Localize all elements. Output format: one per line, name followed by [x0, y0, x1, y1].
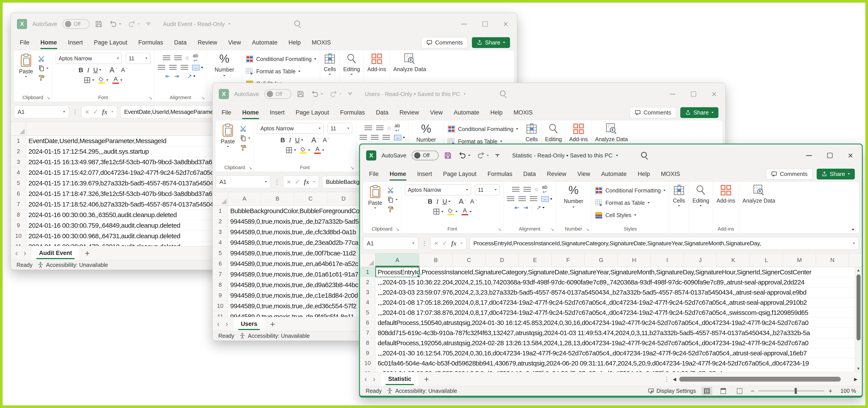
- search-icon[interactable]: [294, 21, 300, 26]
- addins-button[interactable]: Add-ins: [716, 184, 735, 204]
- accessibility-status[interactable]: Accessibility: Unavailable: [37, 262, 108, 268]
- menu-tab-view[interactable]: View: [572, 168, 596, 180]
- comments-button[interactable]: Comments: [421, 37, 468, 48]
- font-color-button[interactable]: A: [462, 208, 472, 215]
- column-header-N[interactable]: N: [816, 253, 849, 267]
- add-sheet-button[interactable]: +: [424, 375, 429, 383]
- normal-view-button[interactable]: [702, 387, 712, 395]
- cell-text[interactable]: 9944589,0,true,moxis,true,,de,ed36c554-5…: [228, 301, 356, 311]
- menu-tab-formulas[interactable]: Formulas: [335, 107, 371, 118]
- cell-text[interactable]: 9944589,0,true,moxis,true,,de,d9a623b8-4…: [228, 280, 358, 290]
- merge-center-button[interactable]: ↔: [394, 135, 405, 140]
- insert-function-icon[interactable]: fx: [451, 240, 457, 247]
- zoom-in-button[interactable]: +: [828, 387, 832, 395]
- font-name-combobox[interactable]: Aptos Narrow: [405, 184, 471, 195]
- cell-text[interactable]: 2024-01-16 00:30:00.968,,64731,audit.cle…: [26, 231, 180, 241]
- menu-tab-automate[interactable]: Automate: [247, 37, 283, 48]
- maximize-button[interactable]: [691, 91, 696, 97]
- middle-align-button[interactable]: [174, 56, 182, 61]
- column-header-J[interactable]: J: [684, 253, 717, 267]
- collapse-ribbon-icon[interactable]: [851, 229, 855, 231]
- cell-text[interactable]: ,,,2024-03-15 10:36:22.204,2024,2,15,10,…: [375, 277, 804, 287]
- merge-center-button[interactable]: ↔: [192, 65, 203, 70]
- dialog-launcher-icon[interactable]: ↘: [46, 95, 50, 100]
- search-icon[interactable]: [500, 91, 505, 96]
- addins-button[interactable]: Add-ins: [569, 123, 588, 142]
- cell-text[interactable]: ProcessEntryId,ProcessInstanceId,Signatu…: [375, 267, 811, 277]
- conditional-formatting-button[interactable]: Conditional Formatting: [246, 53, 317, 65]
- sheet-tab[interactable]: Statistic: [381, 372, 418, 386]
- orientation-button[interactable]: ↗: [187, 73, 195, 80]
- column-header-A[interactable]: A: [375, 253, 420, 267]
- format-painter-button[interactable]: [240, 143, 250, 153]
- save-icon[interactable]: [95, 20, 103, 28]
- row-header[interactable]: 9: [11, 220, 26, 231]
- bottom-align-button[interactable]: [388, 127, 391, 130]
- vertical-scrollbar-thumb[interactable]: [857, 274, 861, 340]
- menu-tab-home[interactable]: Home: [384, 168, 412, 180]
- format-painter-button[interactable]: [38, 73, 49, 83]
- zoom-out-button[interactable]: −: [751, 387, 754, 395]
- menu-tab-data[interactable]: Data: [370, 107, 394, 118]
- bold-button[interactable]: B: [428, 198, 432, 205]
- insert-function-icon[interactable]: fx: [304, 178, 309, 185]
- underline-button[interactable]: U: [442, 198, 451, 205]
- page-break-view-button[interactable]: [734, 387, 745, 395]
- cut-button[interactable]: [38, 54, 49, 63]
- row-header[interactable]: 9: [213, 290, 228, 301]
- page-layout-view-button[interactable]: [718, 387, 728, 395]
- column-header-F[interactable]: F: [552, 253, 585, 267]
- align-right-button[interactable]: [181, 65, 188, 70]
- analyze-data-button[interactable]: Analyze Data: [742, 184, 775, 204]
- expand-formula-bar-icon[interactable]: [853, 243, 855, 244]
- cell-text[interactable]: ,,,2024-03-03 23:59:07.976,2024,2,3,23,b…: [375, 287, 806, 297]
- fill-color-button[interactable]: [447, 208, 458, 215]
- column-header-C[interactable]: C: [453, 253, 486, 267]
- close-button[interactable]: ×: [712, 90, 717, 98]
- autosave-toggle[interactable]: Off: [63, 19, 89, 29]
- confirm-entry-icon[interactable]: ✓: [93, 108, 98, 115]
- editing-button[interactable]: Editing: [692, 184, 709, 207]
- cell-text[interactable]: 9944589,0,true,moxis,true,,de,c1e18d84-2…: [228, 290, 358, 301]
- menu-tab-review[interactable]: Review: [541, 168, 572, 180]
- cut-button[interactable]: [240, 124, 250, 133]
- menu-tab-view[interactable]: View: [425, 107, 448, 118]
- wrap-text-button[interactable]: ab ↩: [193, 53, 198, 63]
- italic-button[interactable]: I: [289, 137, 291, 144]
- fill-color-button[interactable]: [98, 77, 108, 84]
- underline-button[interactable]: U: [93, 67, 101, 74]
- menu-tab-home[interactable]: Home: [237, 107, 265, 118]
- select-all-corner[interactable]: [11, 122, 26, 135]
- next-sheet-icon[interactable]: ›: [24, 249, 26, 257]
- cell-styles-button[interactable]: Cell Styles: [595, 209, 636, 221]
- dialog-launcher-icon[interactable]: ↘: [586, 227, 589, 232]
- font-color-button[interactable]: A: [314, 146, 324, 154]
- zoom-slider[interactable]: [758, 390, 825, 391]
- menu-tab-data[interactable]: Data: [518, 168, 541, 180]
- increase-indent-button[interactable]: ⇥: [523, 204, 528, 211]
- merge-center-button[interactable]: ↔: [541, 196, 552, 202]
- row-header[interactable]: 6: [11, 189, 26, 199]
- shrink-font-button[interactable]: Aˇ: [470, 198, 477, 205]
- orientation-button[interactable]: ↗: [536, 204, 545, 211]
- next-sheet-icon[interactable]: ›: [225, 320, 228, 328]
- format-as-table-button[interactable]: Format as Table: [246, 65, 301, 77]
- italic-button[interactable]: I: [87, 67, 89, 74]
- row-header[interactable]: 5: [360, 308, 375, 317]
- menu-tab-page-layout[interactable]: Page Layout: [290, 107, 335, 118]
- tab-strip-resize-handle[interactable]: ⋮: [663, 375, 670, 383]
- bold-button[interactable]: B: [280, 137, 285, 144]
- formula-bar-handle[interactable]: ⋮: [72, 108, 78, 115]
- menu-tab-formulas[interactable]: Formulas: [133, 37, 169, 48]
- column-header-D[interactable]: D: [327, 192, 360, 205]
- format-as-table-button[interactable]: Format as Table: [595, 197, 650, 209]
- column-header-C[interactable]: C: [294, 192, 327, 205]
- menu-tab-view[interactable]: View: [223, 37, 247, 48]
- minimize-button[interactable]: [670, 94, 676, 95]
- menu-tab-review[interactable]: Review: [394, 107, 425, 118]
- row-header[interactable]: 4: [360, 298, 375, 307]
- horizontal-scrollbar[interactable]: ⋮ ◀ ▶: [663, 375, 858, 383]
- font-size-combobox[interactable]: 11: [475, 184, 500, 195]
- add-sheet-button[interactable]: +: [85, 249, 90, 258]
- redo-icon[interactable]: [477, 151, 489, 160]
